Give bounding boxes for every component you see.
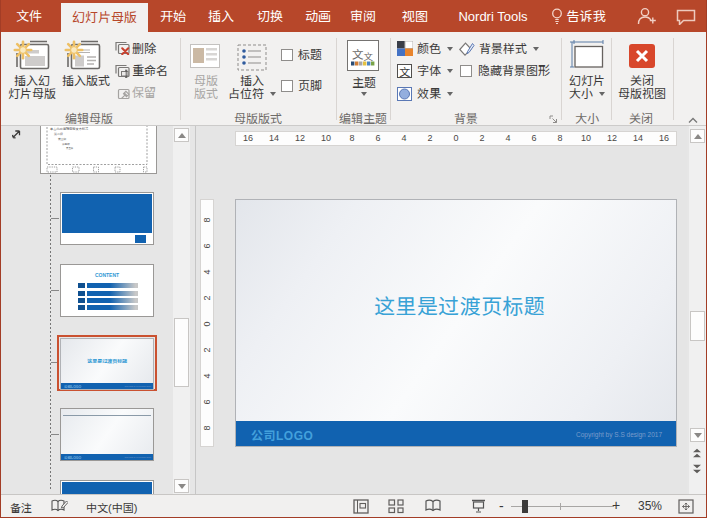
svg-text:单击此处编辑母版文本样式: 单击此处编辑母版文本样式 [50,126,89,131]
svg-text:第二级: 第二级 [54,132,63,136]
svg-text:文: 文 [399,64,410,78]
svg-text:第五级: 第五级 [66,146,74,150]
svg-text:第三级: 第三级 [58,137,67,141]
svg-text:文: 文 [352,46,364,62]
svg-text:文: 文 [364,49,374,63]
